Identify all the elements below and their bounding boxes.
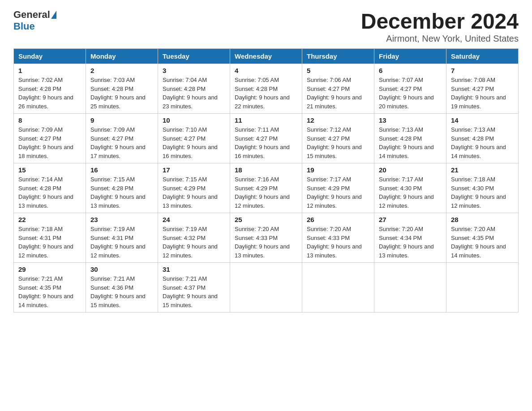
calendar-day-11: 11 Sunrise: 7:11 AM Sunset: 4:27 PM Dayl…: [230, 114, 302, 163]
header-sunday: Sunday: [14, 49, 86, 64]
day-info: Sunrise: 7:19 AM Sunset: 4:31 PM Dayligh…: [90, 225, 153, 260]
day-info: Sunrise: 7:14 AM Sunset: 4:28 PM Dayligh…: [18, 175, 81, 210]
day-info: Sunrise: 7:18 AM Sunset: 4:30 PM Dayligh…: [451, 175, 514, 210]
calendar-day-12: 12 Sunrise: 7:12 AM Sunset: 4:27 PM Dayl…: [302, 114, 374, 163]
day-info: Sunrise: 7:11 AM Sunset: 4:27 PM Dayligh…: [235, 125, 297, 160]
day-info: Sunrise: 7:06 AM Sunset: 4:27 PM Dayligh…: [307, 76, 369, 111]
calendar-week-5: 29 Sunrise: 7:21 AM Sunset: 4:35 PM Dayl…: [14, 263, 519, 313]
calendar-day-24: 24 Sunrise: 7:19 AM Sunset: 4:32 PM Dayl…: [158, 213, 230, 263]
day-number: 4: [235, 67, 297, 74]
day-number: 6: [379, 67, 442, 74]
day-info: Sunrise: 7:17 AM Sunset: 4:30 PM Dayligh…: [379, 175, 442, 210]
day-number: 16: [90, 166, 153, 174]
calendar-day-28: 28 Sunrise: 7:20 AM Sunset: 4:35 PM Dayl…: [446, 213, 519, 263]
calendar-day-19: 19 Sunrise: 7:17 AM Sunset: 4:29 PM Dayl…: [302, 163, 374, 213]
day-number: 11: [235, 116, 297, 124]
day-number: 31: [163, 265, 225, 273]
empty-cell: [446, 263, 519, 313]
day-number: 30: [90, 265, 153, 273]
day-info: Sunrise: 7:15 AM Sunset: 4:28 PM Dayligh…: [90, 175, 153, 210]
day-number: 28: [451, 216, 514, 223]
day-info: Sunrise: 7:04 AM Sunset: 4:28 PM Dayligh…: [163, 76, 225, 111]
calendar-day-2: 2 Sunrise: 7:03 AM Sunset: 4:28 PM Dayli…: [86, 64, 158, 114]
day-info: Sunrise: 7:13 AM Sunset: 4:28 PM Dayligh…: [451, 125, 514, 160]
empty-cell: [230, 263, 302, 313]
day-info: Sunrise: 7:09 AM Sunset: 4:27 PM Dayligh…: [18, 125, 81, 160]
calendar-day-17: 17 Sunrise: 7:15 AM Sunset: 4:29 PM Dayl…: [158, 163, 230, 213]
day-info: Sunrise: 7:21 AM Sunset: 4:36 PM Dayligh…: [90, 274, 153, 309]
header-friday: Friday: [374, 49, 446, 64]
day-number: 22: [18, 216, 81, 223]
calendar-day-10: 10 Sunrise: 7:10 AM Sunset: 4:27 PM Dayl…: [158, 114, 230, 163]
day-number: 12: [307, 116, 369, 124]
calendar-day-14: 14 Sunrise: 7:13 AM Sunset: 4:28 PM Dayl…: [446, 114, 519, 163]
day-info: Sunrise: 7:02 AM Sunset: 4:28 PM Dayligh…: [18, 76, 81, 111]
logo-blue-text: Blue: [13, 21, 35, 32]
empty-cell: [302, 263, 374, 313]
header-thursday: Thursday: [302, 49, 374, 64]
title-section: December 2024 Airmont, New York, United …: [361, 9, 519, 44]
calendar-day-13: 13 Sunrise: 7:13 AM Sunset: 4:28 PM Dayl…: [374, 114, 446, 163]
calendar-day-22: 22 Sunrise: 7:18 AM Sunset: 4:31 PM Dayl…: [14, 213, 86, 263]
day-number: 19: [307, 166, 369, 174]
calendar-table: SundayMondayTuesdayWednesdayThursdayFrid…: [13, 48, 519, 313]
calendar-day-1: 1 Sunrise: 7:02 AM Sunset: 4:28 PM Dayli…: [14, 64, 86, 114]
day-number: 26: [307, 216, 369, 223]
logo-general-text: General: [13, 9, 50, 21]
calendar-day-21: 21 Sunrise: 7:18 AM Sunset: 4:30 PM Dayl…: [446, 163, 519, 213]
day-info: Sunrise: 7:12 AM Sunset: 4:27 PM Dayligh…: [307, 125, 369, 160]
calendar-day-26: 26 Sunrise: 7:20 AM Sunset: 4:33 PM Dayl…: [302, 213, 374, 263]
day-number: 24: [163, 216, 225, 223]
day-number: 25: [235, 216, 297, 223]
day-info: Sunrise: 7:10 AM Sunset: 4:27 PM Dayligh…: [163, 125, 225, 160]
day-info: Sunrise: 7:20 AM Sunset: 4:33 PM Dayligh…: [307, 225, 369, 260]
day-number: 2: [90, 67, 153, 74]
day-number: 13: [379, 116, 442, 124]
day-info: Sunrise: 7:21 AM Sunset: 4:37 PM Dayligh…: [163, 274, 225, 309]
calendar-week-3: 15 Sunrise: 7:14 AM Sunset: 4:28 PM Dayl…: [14, 163, 519, 213]
calendar-day-23: 23 Sunrise: 7:19 AM Sunset: 4:31 PM Dayl…: [86, 213, 158, 263]
calendar-day-3: 3 Sunrise: 7:04 AM Sunset: 4:28 PM Dayli…: [158, 64, 230, 114]
day-info: Sunrise: 7:20 AM Sunset: 4:34 PM Dayligh…: [379, 225, 442, 260]
day-info: Sunrise: 7:19 AM Sunset: 4:32 PM Dayligh…: [163, 225, 225, 260]
day-number: 18: [235, 166, 297, 174]
day-number: 9: [90, 116, 153, 124]
day-info: Sunrise: 7:07 AM Sunset: 4:27 PM Dayligh…: [379, 76, 442, 111]
logo-triangle-icon: [51, 11, 56, 19]
day-number: 21: [451, 166, 514, 174]
calendar-day-9: 9 Sunrise: 7:09 AM Sunset: 4:27 PM Dayli…: [86, 114, 158, 163]
day-info: Sunrise: 7:03 AM Sunset: 4:28 PM Dayligh…: [90, 76, 153, 111]
calendar-day-27: 27 Sunrise: 7:20 AM Sunset: 4:34 PM Dayl…: [374, 213, 446, 263]
header-tuesday: Tuesday: [158, 49, 230, 64]
day-info: Sunrise: 7:17 AM Sunset: 4:29 PM Dayligh…: [307, 175, 369, 210]
calendar-day-30: 30 Sunrise: 7:21 AM Sunset: 4:36 PM Dayl…: [86, 263, 158, 313]
calendar-day-25: 25 Sunrise: 7:20 AM Sunset: 4:33 PM Dayl…: [230, 213, 302, 263]
header-monday: Monday: [86, 49, 158, 64]
calendar-week-4: 22 Sunrise: 7:18 AM Sunset: 4:31 PM Dayl…: [14, 213, 519, 263]
calendar-day-6: 6 Sunrise: 7:07 AM Sunset: 4:27 PM Dayli…: [374, 64, 446, 114]
calendar-day-8: 8 Sunrise: 7:09 AM Sunset: 4:27 PM Dayli…: [14, 114, 86, 163]
day-info: Sunrise: 7:20 AM Sunset: 4:33 PM Dayligh…: [235, 225, 297, 260]
day-info: Sunrise: 7:13 AM Sunset: 4:28 PM Dayligh…: [379, 125, 442, 160]
calendar-day-31: 31 Sunrise: 7:21 AM Sunset: 4:37 PM Dayl…: [158, 263, 230, 313]
day-info: Sunrise: 7:18 AM Sunset: 4:31 PM Dayligh…: [18, 225, 81, 260]
calendar-day-15: 15 Sunrise: 7:14 AM Sunset: 4:28 PM Dayl…: [14, 163, 86, 213]
calendar-week-2: 8 Sunrise: 7:09 AM Sunset: 4:27 PM Dayli…: [14, 114, 519, 163]
day-number: 7: [451, 67, 514, 74]
calendar-day-4: 4 Sunrise: 7:05 AM Sunset: 4:28 PM Dayli…: [230, 64, 302, 114]
day-number: 3: [163, 67, 225, 74]
page-header: General Blue December 2024 Airmont, New …: [13, 9, 519, 44]
day-info: Sunrise: 7:09 AM Sunset: 4:27 PM Dayligh…: [90, 125, 153, 160]
day-info: Sunrise: 7:15 AM Sunset: 4:29 PM Dayligh…: [163, 175, 225, 210]
header-saturday: Saturday: [446, 49, 519, 64]
day-number: 20: [379, 166, 442, 174]
day-info: Sunrise: 7:20 AM Sunset: 4:35 PM Dayligh…: [451, 225, 514, 260]
day-number: 14: [451, 116, 514, 124]
day-info: Sunrise: 7:21 AM Sunset: 4:35 PM Dayligh…: [18, 274, 81, 309]
day-number: 1: [18, 67, 81, 74]
day-info: Sunrise: 7:16 AM Sunset: 4:29 PM Dayligh…: [235, 175, 297, 210]
calendar-day-7: 7 Sunrise: 7:08 AM Sunset: 4:27 PM Dayli…: [446, 64, 519, 114]
header-wednesday: Wednesday: [230, 49, 302, 64]
day-info: Sunrise: 7:08 AM Sunset: 4:27 PM Dayligh…: [451, 76, 514, 111]
day-number: 15: [18, 166, 81, 174]
